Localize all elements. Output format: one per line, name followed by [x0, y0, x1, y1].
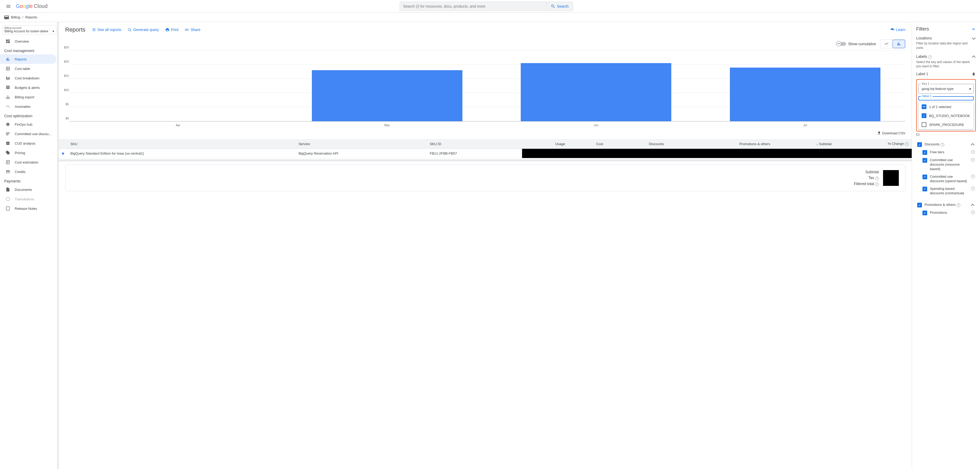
bar-jul[interactable]: [730, 67, 880, 121]
filter-promotions-item[interactable]: ✓Promotions?: [916, 209, 976, 217]
list-icon: [92, 28, 96, 32]
breadcrumb: Billing / Reports: [0, 13, 980, 22]
col-discounts[interactable]: Discounts: [606, 139, 667, 149]
filter-free-tiers[interactable]: ✓Free tiers?: [916, 148, 976, 156]
cost-chart: $0 $5 $10 $15 $20 $25: [69, 51, 905, 127]
filter-cud-resource[interactable]: ✓Committed use discounts (resource based…: [916, 156, 976, 173]
help-icon[interactable]: ?: [928, 55, 932, 59]
filter-discounts-header[interactable]: ✓ Discounts?: [916, 140, 976, 148]
nav-cost-table[interactable]: Cost table: [0, 64, 59, 73]
value-1-field[interactable]: Value 1: [918, 96, 974, 100]
help-icon[interactable]: ?: [875, 182, 879, 186]
billing-account-selector[interactable]: Billing account Billing Account for look…: [2, 25, 56, 34]
help-icon[interactable]: ?: [971, 211, 975, 214]
nav-reports[interactable]: Reports: [0, 54, 56, 64]
nav-documents[interactable]: Documents: [0, 185, 59, 194]
nav-overview[interactable]: Overview: [0, 37, 59, 46]
col-subtotal[interactable]: ↓ Subtotal: [773, 139, 834, 149]
table-icon: [5, 66, 11, 71]
google-cloud-logo[interactable]: Google Cloud: [16, 3, 48, 9]
tag-icon: [5, 150, 11, 155]
svg-point-10: [6, 197, 10, 201]
overview-icon: [5, 39, 11, 44]
logo-text: Cloud: [34, 3, 48, 9]
option-bq-studio-notebook[interactable]: ✓BQ_STUDIO_NOTEBOOK: [918, 111, 974, 120]
checkbox-checked-icon[interactable]: ✓: [917, 142, 922, 147]
nav-finops[interactable]: $FinOps hub: [0, 120, 59, 129]
filter-spend-contract[interactable]: ✓Spending based discounts (contractual)?: [916, 185, 976, 197]
col-cost[interactable]: Cost: [568, 139, 606, 149]
nav-cost-estimation[interactable]: Cost estimation: [0, 158, 59, 167]
print-button[interactable]: Print: [165, 28, 179, 32]
nav-cud-analysis[interactable]: %CUD analysis: [0, 139, 59, 148]
anomalies-icon: [5, 104, 11, 109]
help-icon[interactable]: ?: [957, 204, 960, 207]
label-filter-highlight: Key 1 goog-bq-feature-type ▾ Value 1 1 o…: [916, 79, 976, 131]
nav-credits[interactable]: Credits: [0, 167, 59, 176]
share-button[interactable]: Share: [185, 28, 200, 32]
collapse-panel-button[interactable]: [971, 27, 976, 32]
generate-query-button[interactable]: Generate query: [127, 28, 159, 32]
help-icon[interactable]: ?: [971, 150, 975, 154]
col-pct-change[interactable]: % Change?: [835, 139, 912, 149]
nav-pricing[interactable]: Pricing: [0, 148, 59, 158]
help-icon[interactable]: ?: [940, 143, 944, 147]
key-1-field[interactable]: Key 1 goog-bq-feature-type ▾: [918, 84, 974, 94]
filter-locations-header[interactable]: Locations: [916, 36, 976, 40]
bar-chart-button[interactable]: [892, 40, 905, 48]
nav-cud[interactable]: Committed use discou...: [0, 129, 59, 139]
show-cumulative-toggle[interactable]: Show cumulative: [837, 42, 876, 46]
search-box[interactable]: Search: [399, 2, 573, 11]
table-row[interactable]: BigQuery Standard Edition for Iowa (us-c…: [59, 149, 912, 158]
dropdown-icon: ▾: [969, 87, 971, 91]
nav-cost-breakdown[interactable]: Cost breakdown: [0, 73, 59, 83]
chevron-down-icon: [972, 36, 976, 40]
checkbox-checked-icon[interactable]: ✓: [923, 187, 927, 191]
download-csv-button[interactable]: Download CSV: [877, 131, 905, 135]
delete-label-button[interactable]: [972, 72, 976, 76]
checkbox-checked-icon[interactable]: ✓: [923, 175, 927, 179]
line-chart-button[interactable]: [880, 40, 892, 48]
select-all-option[interactable]: 1 of 2 selected: [918, 102, 974, 111]
search-input[interactable]: [400, 4, 546, 8]
checkbox-checked-icon[interactable]: ✓: [923, 150, 927, 155]
col-promo[interactable]: Promotions & others: [667, 139, 773, 149]
help-icon[interactable]: ?: [971, 158, 975, 162]
main-menu-button[interactable]: [2, 0, 15, 13]
checkbox-checked-icon[interactable]: ✓: [917, 203, 922, 207]
help-icon[interactable]: ?: [905, 142, 908, 146]
see-all-reports-button[interactable]: See all reports: [92, 28, 121, 32]
help-icon[interactable]: ?: [875, 177, 879, 180]
help-icon[interactable]: ?: [971, 175, 975, 178]
svg-rect-11: [6, 207, 10, 210]
help-icon[interactable]: ?: [971, 187, 975, 190]
filter-labels-header[interactable]: Labels?: [916, 54, 976, 59]
col-sku-id[interactable]: SKU ID: [427, 139, 522, 149]
filter-promotions-header[interactable]: ✓ Promotions & others?: [916, 201, 976, 209]
bar-may[interactable]: [312, 70, 462, 121]
filters-panel: Filters Locations Filter by location dat…: [912, 22, 980, 469]
nav-cost-optimization-title: Cost optimization: [0, 111, 59, 120]
checkbox-checked-icon[interactable]: ✓: [923, 158, 927, 163]
col-sku[interactable]: SKU: [67, 139, 295, 149]
nav-budgets[interactable]: Budgets & alerts: [0, 83, 59, 92]
col-service[interactable]: Service: [295, 139, 426, 149]
breadcrumb-section[interactable]: Billing: [11, 15, 20, 19]
nav-transactions[interactable]: Transactions: [0, 194, 59, 204]
col-usage[interactable]: Usage: [522, 139, 568, 149]
bar-jun[interactable]: [521, 63, 671, 121]
query-icon: [127, 28, 132, 32]
nav-billing-export[interactable]: Billing export: [0, 92, 59, 102]
option-spark-procedure[interactable]: SPARK_PROCEDURE: [918, 120, 974, 129]
learn-button[interactable]: Learn: [890, 28, 905, 32]
download-icon: [877, 131, 881, 135]
chevron-up-icon: [970, 142, 975, 147]
nav-anomalies[interactable]: Anomalies: [0, 102, 59, 111]
nav-release-notes[interactable]: Release Notes: [0, 204, 59, 213]
search-button[interactable]: Search: [546, 2, 573, 11]
label-1-title: Label 1: [916, 72, 928, 76]
filter-cud-spend[interactable]: ✓Committed use discounts (spend based)?: [916, 173, 976, 185]
checkbox-checked-icon[interactable]: ✓: [923, 211, 927, 215]
series-color-dot: [62, 153, 64, 155]
x-label-jul: Jul: [803, 124, 807, 127]
